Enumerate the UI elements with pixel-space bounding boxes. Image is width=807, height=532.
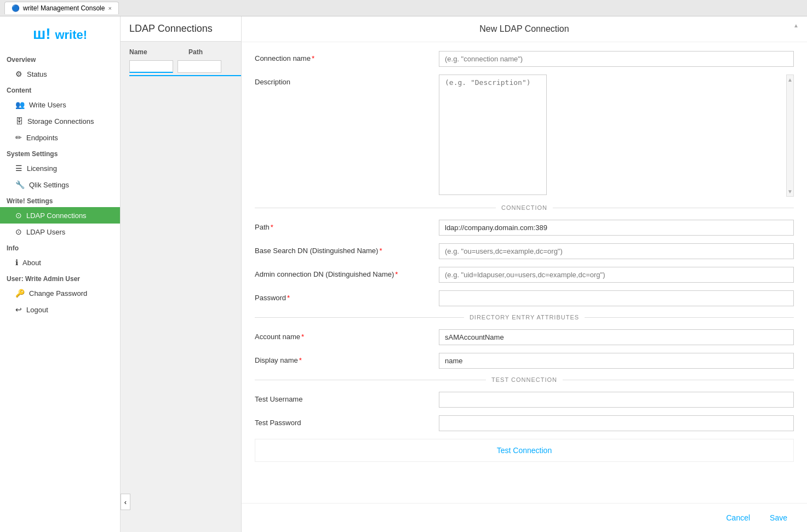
required-star-dn: *	[379, 247, 382, 255]
tab-icon: 🔵	[12, 4, 20, 12]
main-content: LDAP Connections Name Path ‹ New LDAP Co…	[121, 16, 807, 532]
logo-text: ш! write!	[33, 25, 87, 43]
sidebar-item-label: Change Password	[29, 289, 87, 298]
logout-icon: ↩	[15, 305, 22, 314]
cancel-button[interactable]: Cancel	[719, 510, 757, 525]
textarea-scroll-down[interactable]: ▼	[786, 187, 794, 196]
sidebar-item-licensing[interactable]: ☰ Licensing	[0, 160, 120, 176]
textarea-scrollbar: ▲ ▼	[786, 75, 794, 197]
divider-line-test-left	[255, 380, 486, 380]
section-overview: Overview	[0, 52, 120, 66]
status-icon: ⚙	[15, 70, 22, 78]
save-button[interactable]: Save	[763, 510, 794, 525]
logo-accent: !	[45, 25, 50, 42]
sidebar-item-about[interactable]: ℹ About	[0, 254, 120, 271]
account-name-label: Account name*	[255, 329, 430, 341]
modal-header: New LDAP Connection ▲	[242, 16, 807, 42]
base-search-dn-input[interactable]	[439, 243, 794, 259]
test-username-input[interactable]	[439, 392, 794, 408]
storage-icon: 🗄	[15, 117, 23, 125]
connection-name-label: Connection name*	[255, 51, 430, 62]
form-row-password: Password*	[255, 290, 794, 306]
modal-footer: Cancel Save	[242, 503, 807, 532]
admin-dn-label: Admin connection DN (Distinguished Name)…	[255, 267, 430, 278]
textarea-scroll-up[interactable]: ▲	[786, 75, 794, 84]
section-write-settings: Write! Settings	[0, 193, 120, 207]
sidebar-item-write-users[interactable]: 👥 Write Users	[0, 96, 120, 113]
tab-close-button[interactable]: ×	[108, 5, 111, 12]
sidebar-item-label: About	[22, 259, 41, 267]
test-password-input[interactable]	[439, 415, 794, 431]
divider-line-dir-left	[255, 317, 464, 318]
path-filter-input[interactable]	[178, 60, 221, 73]
display-name-input[interactable]	[439, 353, 794, 369]
description-textarea[interactable]	[439, 75, 547, 195]
browser-tab[interactable]: 🔵 write! Management Console ×	[4, 2, 119, 14]
sidebar-item-qlik-settings[interactable]: 🔧 Qlik Settings	[0, 176, 120, 193]
path-label: Path*	[255, 220, 430, 231]
password-input[interactable]	[439, 290, 794, 306]
form-row-path: Path*	[255, 220, 794, 236]
sidebar-item-label: Logout	[26, 306, 48, 314]
required-star-display: *	[299, 356, 302, 364]
description-label: Description	[255, 75, 430, 86]
sidebar-item-label: Endpoints	[26, 134, 58, 142]
section-content: Content	[0, 82, 120, 96]
sidebar-item-ldap-connections[interactable]: ⊙ LDAP Connections	[0, 207, 120, 224]
test-section-label: TEST CONNECTION	[491, 376, 557, 383]
required-star-path: *	[271, 223, 273, 231]
required-star-admin-dn: *	[395, 270, 398, 278]
path-input[interactable]	[439, 220, 794, 236]
directory-section-divider: DIRECTORY ENTRY ATTRIBUTES	[255, 314, 794, 321]
password-label: Password*	[255, 290, 430, 302]
sidebar-item-change-password[interactable]: 🔑 Change Password	[0, 285, 120, 301]
write-users-icon: 👥	[15, 100, 25, 109]
sidebar: ш! write! Overview ⚙ Status Content 👥 Wr…	[0, 16, 121, 532]
ldap-users-icon: ⊙	[15, 227, 22, 236]
account-name-input[interactable]	[439, 329, 794, 345]
admin-dn-input[interactable]	[439, 267, 794, 283]
sidebar-item-status[interactable]: ⚙ Status	[0, 66, 120, 82]
logo-w: ш	[33, 25, 45, 42]
logo: ш! write!	[0, 16, 120, 52]
connection-name-input[interactable]	[439, 51, 794, 67]
sidebar-item-ldap-users[interactable]: ⊙ LDAP Users	[0, 224, 120, 240]
sidebar-item-label: LDAP Connections	[26, 211, 87, 220]
modal-body[interactable]: Connection name* Description ▲	[242, 42, 807, 503]
divider-line-left	[255, 208, 496, 208]
sidebar-item-label: Qlik Settings	[29, 181, 69, 189]
scroll-up-button[interactable]: ▲	[792, 21, 800, 30]
divider-line-right	[553, 208, 794, 208]
form-row-connection-name: Connection name*	[255, 51, 794, 67]
sidebar-item-label: Licensing	[27, 164, 57, 173]
form-row-test-password: Test Password	[255, 415, 794, 431]
sidebar-item-label: Status	[27, 70, 47, 78]
sidebar-item-endpoints[interactable]: ✏ Endpoints	[0, 129, 120, 146]
divider-line-dir-right	[585, 317, 794, 318]
collapse-sidebar-button[interactable]: ‹	[121, 494, 130, 510]
logo-write: write!	[55, 28, 87, 42]
sidebar-item-storage-connections[interactable]: 🗄 Storage Connections	[0, 113, 120, 129]
form-row-base-search-dn: Base Search DN (Distinguished Name)*	[255, 243, 794, 259]
col-header-name: Name	[129, 48, 184, 56]
sidebar-item-label: Write Users	[29, 101, 66, 109]
connection-section-label: CONNECTION	[501, 204, 547, 211]
sidebar-item-logout[interactable]: ↩ Logout	[0, 301, 120, 318]
form-row-account-name: Account name*	[255, 329, 794, 345]
base-search-dn-label: Base Search DN (Distinguished Name)*	[255, 243, 430, 255]
name-filter-input[interactable]	[129, 60, 173, 73]
section-info: Info	[0, 240, 120, 254]
qlik-icon: 🔧	[15, 180, 25, 189]
key-icon: 🔑	[15, 289, 25, 298]
section-system-settings: System Settings	[0, 146, 120, 160]
modal-overlay: New LDAP Connection ▲ Connection name*	[241, 16, 807, 532]
sidebar-item-label: Storage Connections	[27, 117, 94, 125]
textarea-wrapper: ▲ ▼	[439, 75, 794, 197]
app-container: ш! write! Overview ⚙ Status Content 👥 Wr…	[0, 16, 807, 532]
info-icon: ℹ	[15, 258, 18, 267]
display-name-label: Display name*	[255, 353, 430, 364]
directory-section-label: DIRECTORY ENTRY ATTRIBUTES	[470, 314, 579, 321]
test-connection-button[interactable]: Test Connection	[255, 442, 793, 459]
form-row-test-username: Test Username	[255, 392, 794, 408]
modal-panel: New LDAP Connection ▲ Connection name*	[241, 16, 807, 532]
